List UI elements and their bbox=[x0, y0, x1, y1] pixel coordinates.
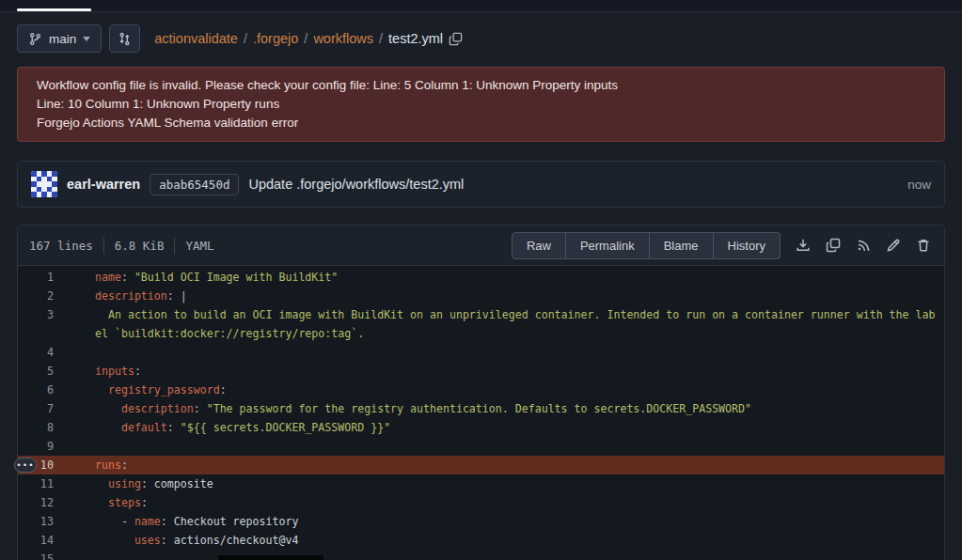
code-token: description bbox=[121, 402, 194, 415]
line-content: description: "The password for the regis… bbox=[61, 399, 944, 418]
code-line: 13 - name: Checkout repository bbox=[18, 512, 944, 531]
line-content bbox=[61, 550, 944, 560]
branch-select-button[interactable]: main bbox=[17, 24, 102, 53]
file-info: 167 lines 6.8 KiB YAML bbox=[29, 238, 214, 254]
line-number[interactable]: 14 bbox=[18, 531, 61, 550]
edit-icon[interactable] bbox=[886, 238, 901, 253]
line-number[interactable]: 11 bbox=[18, 474, 61, 493]
code-line: 2description: | bbox=[18, 287, 944, 305]
code-token: Checkout repository bbox=[174, 515, 299, 528]
code-line: 5inputs: bbox=[18, 362, 944, 381]
code-token bbox=[95, 477, 108, 490]
line-content: runs: bbox=[61, 456, 944, 474]
error-line: Workflow config file is invalid. Please … bbox=[37, 76, 925, 95]
code-token: steps bbox=[108, 496, 141, 509]
code-token bbox=[95, 534, 134, 547]
view-button-blame[interactable]: Blame bbox=[650, 232, 714, 259]
file-size: 6.8 KiB bbox=[115, 239, 165, 253]
commit-message[interactable]: Update .forgejo/workflows/test2.yml bbox=[248, 177, 464, 192]
file-lines-count: 167 lines bbox=[29, 239, 93, 253]
commit-sha-button[interactable]: abab65450d bbox=[150, 174, 239, 195]
bottom-artifact bbox=[218, 555, 323, 560]
breadcrumb-link[interactable]: .forgejo bbox=[253, 31, 298, 46]
line-number[interactable]: 2 bbox=[18, 287, 61, 305]
download-icon[interactable] bbox=[796, 238, 811, 253]
error-line: Forgejo Actions YAML Schema validation e… bbox=[37, 114, 925, 132]
code-token: runs bbox=[95, 459, 121, 472]
line-content: - name: Checkout repository bbox=[61, 512, 944, 531]
line-number[interactable]: 6 bbox=[18, 381, 61, 399]
code-token: "The password for the registry authentic… bbox=[207, 402, 751, 415]
expand-context-button[interactable]: ••• bbox=[14, 458, 37, 473]
code-token: : bbox=[141, 477, 154, 490]
line-number[interactable]: 12 bbox=[18, 493, 61, 512]
line-number[interactable]: 1 bbox=[18, 268, 61, 287]
breadcrumb-current-file: test2.yml bbox=[388, 31, 443, 46]
compare-button[interactable] bbox=[109, 24, 140, 53]
copy-path-icon[interactable] bbox=[449, 32, 463, 46]
code-token: name bbox=[95, 271, 121, 284]
code-token: : bbox=[161, 534, 174, 547]
avatar[interactable] bbox=[31, 171, 57, 197]
code-line: 8 default: "${{ secrets.DOCKER_PASSWORD … bbox=[18, 418, 944, 437]
view-button-permalink[interactable]: Permalink bbox=[566, 232, 650, 259]
git-branch-icon bbox=[28, 32, 42, 46]
code-token: default bbox=[121, 421, 167, 434]
code-token: : bbox=[121, 271, 134, 284]
code-line: 7 description: "The password for the reg… bbox=[18, 399, 944, 418]
code-line: 3 An action to build an OCI image with B… bbox=[18, 305, 944, 343]
branch-name-label: main bbox=[49, 32, 76, 46]
rss-icon[interactable] bbox=[856, 238, 871, 253]
view-button-raw[interactable]: Raw bbox=[512, 232, 566, 259]
code-token: - bbox=[95, 515, 134, 528]
branch-row: main actionvalidate/.forgejo/workflows/t… bbox=[17, 24, 945, 53]
code-token: composite bbox=[154, 477, 213, 490]
line-number[interactable]: 5 bbox=[18, 362, 61, 381]
code-line: 15 bbox=[18, 550, 944, 560]
line-content: default: "${{ secrets.DOCKER_PASSWORD }}… bbox=[61, 418, 944, 437]
code-token: actions/checkout@v4 bbox=[174, 534, 299, 547]
view-button-history[interactable]: History bbox=[714, 232, 781, 259]
code-token: | bbox=[181, 289, 187, 303]
line-number[interactable]: 8 bbox=[18, 418, 61, 437]
code-token: name bbox=[134, 515, 161, 528]
line-content: registry_password: bbox=[61, 381, 944, 399]
code-token: : bbox=[161, 515, 174, 528]
file-view-card: 167 lines 6.8 KiB YAML RawPermalinkBlame… bbox=[17, 225, 945, 560]
line-number[interactable]: 4 bbox=[18, 343, 61, 362]
line-number[interactable]: 9 bbox=[18, 437, 61, 456]
code-token bbox=[95, 402, 121, 415]
code-token: : bbox=[167, 421, 181, 434]
line-content: uses: actions/checkout@v4 bbox=[61, 531, 944, 550]
code-line: 4 bbox=[18, 343, 944, 362]
breadcrumb: actionvalidate/.forgejo/workflows/test2.… bbox=[154, 31, 443, 46]
code-token bbox=[95, 496, 108, 509]
delete-icon[interactable] bbox=[916, 238, 931, 253]
line-content: using: composite bbox=[61, 474, 944, 493]
commit-time: now bbox=[907, 178, 931, 192]
code-line: 12 steps: bbox=[18, 493, 944, 512]
code-line: •••10runs: bbox=[18, 456, 944, 474]
code-line: 11 using: composite bbox=[18, 474, 944, 493]
line-number[interactable]: 13 bbox=[18, 512, 61, 531]
code-token: : bbox=[134, 365, 141, 378]
line-number[interactable]: 7 bbox=[18, 399, 61, 418]
code-line: 1name: "Build OCI Image with BuildKit" bbox=[18, 268, 944, 287]
line-number[interactable]: 3 bbox=[18, 305, 61, 343]
code-token: inputs bbox=[95, 365, 134, 378]
commit-author[interactable]: earl-warren bbox=[67, 177, 140, 192]
file-action-icons bbox=[796, 238, 931, 253]
code-token bbox=[95, 383, 108, 397]
error-line: Line: 10 Column 1: Unknown Property runs bbox=[37, 95, 925, 114]
top-nav-bar bbox=[0, 0, 962, 12]
breadcrumb-link[interactable]: workflows bbox=[313, 31, 373, 46]
workflow-error-banner: Workflow config file is invalid. Please … bbox=[17, 67, 945, 142]
code-token: : bbox=[141, 496, 148, 509]
line-content: name: "Build OCI Image with BuildKit" bbox=[61, 268, 944, 287]
line-content: An action to build an OCI image with Bui… bbox=[61, 305, 944, 343]
code-token: uses bbox=[134, 534, 161, 547]
copy-file-icon[interactable] bbox=[826, 238, 841, 253]
code-token: "Build OCI Image with BuildKit" bbox=[134, 271, 338, 284]
breadcrumb-link[interactable]: actionvalidate bbox=[154, 31, 238, 46]
line-number[interactable]: 15 bbox=[18, 550, 61, 560]
